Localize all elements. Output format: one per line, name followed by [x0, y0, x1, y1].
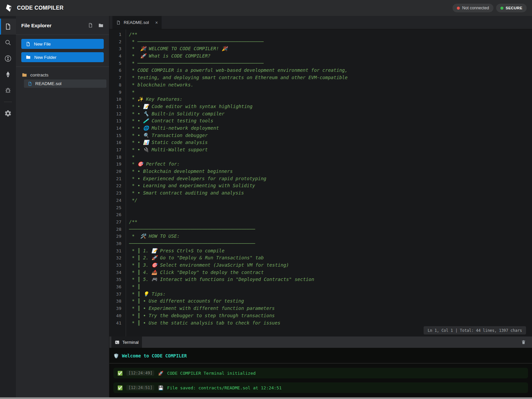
line-number: 6	[109, 67, 126, 74]
terminal-tab-label: Terminal	[122, 340, 139, 345]
app-title: CODE COMPILER	[17, 5, 64, 11]
file-icon	[28, 81, 32, 86]
line-number: 39	[109, 305, 126, 312]
terminal-tab-bar: Terminal	[109, 336, 532, 348]
line-number: 31	[109, 247, 126, 255]
line-number: 25	[109, 204, 126, 211]
log-entry-icon: 💾	[158, 385, 163, 390]
line-number: 10	[109, 96, 126, 103]
code-line: * ║ 4. 📤 Click "Deploy" to deploy the co…	[129, 269, 532, 276]
app-header: CODE COMPILER Not connected SECURE	[0, 0, 532, 16]
line-number: 20	[109, 168, 126, 175]
line-number: 37	[109, 291, 126, 298]
new-file-button[interactable]: New File	[21, 39, 104, 49]
line-number: 22	[109, 182, 126, 190]
new-folder-icon	[98, 23, 104, 28]
bottom-scrollbar[interactable]	[0, 397, 532, 399]
line-number: 26	[109, 211, 126, 218]
line-number: 9	[109, 89, 126, 96]
editor-tab-bar: README.sol ×	[109, 16, 532, 29]
tree-item-contracts-folder[interactable]: contracts	[16, 71, 109, 79]
new-file-icon	[88, 23, 93, 28]
code-line: * ║ 3. 🎯 Select environment (JavaScript …	[129, 262, 532, 269]
code-line: * CODE COMPILER is a powerful web-based …	[129, 67, 532, 74]
terminal-log-entry: ✅[12:24:51]💾File saved: contracts/README…	[113, 382, 528, 393]
sidebar-item-debugger[interactable]	[0, 82, 16, 98]
line-number: 40	[109, 312, 126, 320]
new-file-icon-button[interactable]	[88, 23, 93, 28]
code-line: ────────────────────────────────────────…	[129, 226, 532, 233]
tab-readme[interactable]: README.sol ×	[112, 16, 162, 29]
code-line: * ║ • Use the static analysis tab to che…	[129, 320, 532, 327]
terminal-log-entry: ✅[12:24:49]🚀CODE COMPILER Terminal initi…	[113, 368, 528, 378]
line-number: 13	[109, 117, 126, 125]
log-message: File saved: contracts/README.sol at 12:2…	[167, 385, 282, 390]
new-folder-icon-button[interactable]	[98, 23, 104, 28]
code-line: * ──────────────────────────────────────…	[129, 38, 532, 46]
tab-close-icon[interactable]: ×	[155, 20, 158, 25]
line-number: 41	[109, 320, 126, 327]
code-line: * ║ • Use different accounts for testing	[129, 298, 532, 305]
code-line: * ║	[129, 283, 532, 291]
sidebar-item-deploy-run[interactable]	[0, 51, 16, 66]
sidebar-item-settings[interactable]	[0, 105, 16, 121]
code-line: * ║ • Try the debugger to step through t…	[129, 312, 532, 320]
line-number: 8	[109, 81, 126, 89]
terminal-icon	[115, 340, 120, 345]
editor-status-bar: Ln 1, Col 1 | Total: 44 lines, 1397 char…	[424, 326, 526, 334]
code-line: * ✨ Key Features:	[129, 96, 532, 103]
check-icon: ✅	[117, 371, 123, 376]
app-logo-icon	[5, 4, 14, 13]
gear-icon	[4, 110, 12, 117]
connection-status-badge: Not connected	[453, 4, 493, 12]
folder-icon	[22, 72, 27, 78]
code-line: *	[129, 154, 532, 161]
line-number: 18	[109, 154, 126, 161]
code-line: * 🚀 What is CODE COMPILER?	[129, 53, 532, 60]
line-number: 12	[109, 110, 126, 118]
code-line: * • Learning and experimenting with Soli…	[129, 182, 532, 190]
line-number: 15	[109, 132, 126, 139]
connection-status-label: Not connected	[462, 6, 489, 10]
explorer-actions: New File New Folder	[16, 35, 109, 67]
tab-terminal[interactable]: Terminal	[111, 336, 142, 348]
code-line: * ║ 1. 📝 Press Ctrl+S to compile	[129, 247, 532, 255]
sidebar-item-search[interactable]	[0, 35, 16, 51]
code-line: * • 📊 Static code analysis	[129, 139, 532, 146]
code-line: * 🛠️ HOW TO USE:	[129, 233, 532, 240]
line-number: 30	[109, 240, 126, 247]
line-number: 14	[109, 125, 126, 132]
file-explorer-title: File Explorer	[21, 23, 83, 28]
file-name-label: README.sol	[35, 81, 62, 86]
file-icon	[116, 20, 121, 25]
code-editor[interactable]: 1234567891011121314151617181920212223242…	[109, 29, 532, 336]
connection-dot-icon	[457, 7, 460, 10]
code-line: * blockchain networks.	[129, 81, 532, 89]
code-line: *	[129, 89, 532, 96]
folder-name-label: contracts	[30, 72, 49, 77]
code-line: * • 🌐 Multi-network deployment	[129, 125, 532, 132]
line-number: 24	[109, 197, 126, 204]
check-icon: ✅	[117, 385, 123, 390]
cursor-position-label: Ln 1, Col 1 | Total: 44 lines, 1397 char…	[428, 328, 522, 333]
code-line: ────────────────────────────────────────…	[129, 240, 532, 247]
search-icon	[4, 39, 12, 46]
sidebar-item-ethereum[interactable]	[0, 66, 16, 82]
new-folder-button[interactable]: New Folder	[21, 52, 104, 62]
terminal-separator	[109, 363, 532, 363]
sidebar-item-file-explorer[interactable]	[0, 19, 16, 35]
line-number: 23	[109, 190, 126, 197]
code-line: * ║ 💡 Tips:	[129, 291, 532, 298]
file-explorer-header: File Explorer	[16, 16, 109, 35]
log-timestamp: [12:24:49]	[126, 370, 154, 376]
code-line: * • 🔌 Multi-Wallet support	[129, 146, 532, 154]
tree-item-readme-file[interactable]: README.sol	[24, 79, 106, 88]
line-number: 16	[109, 139, 126, 146]
line-number: 7	[109, 74, 126, 81]
new-folder-button-label: New Folder	[34, 55, 56, 60]
line-number: 1	[109, 31, 126, 38]
clear-terminal-button[interactable]	[521, 339, 526, 345]
trash-icon	[521, 339, 526, 345]
code-line: * • 🔍 Transaction debugger	[129, 132, 532, 139]
code-line: /**	[129, 31, 532, 38]
